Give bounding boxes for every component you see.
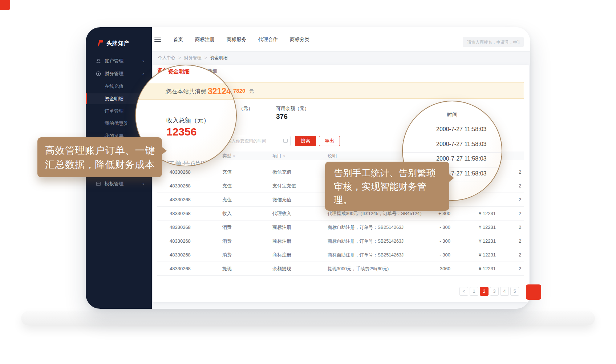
cell-project: 代理收入	[272, 207, 291, 221]
table-row: 48330268消费商标注册商标自助注册，订单号：SB2514263J- 300…	[157, 248, 524, 262]
pagination-page-1[interactable]: 1	[470, 287, 478, 296]
cell-time: 2	[519, 165, 521, 179]
cell-desc: 提现3000元，手续费2%(60元)	[328, 262, 389, 276]
table-row: 48330268消费商标注册商标自助注册，订单号：SB2514263J- 300…	[157, 234, 524, 248]
cell-order: 48330268	[170, 234, 191, 248]
cell-time: 2	[519, 221, 521, 234]
cell-desc: 商标自助注册，订单号：SB2514263J	[328, 234, 404, 248]
sidebar-subitem-label: 我的优惠券	[105, 120, 128, 127]
breadcrumb-item-current: 资金明细	[210, 55, 227, 60]
pagination: <12345	[459, 287, 519, 296]
cell-order: 48330268	[170, 248, 191, 262]
cell-balance: ¥ 12231	[479, 262, 496, 276]
top-navbar: 首页商标注册商标服务代理合作商标分类	[152, 27, 530, 52]
decor-red-square-bottom-right	[526, 284, 541, 300]
laptop-base	[21, 311, 595, 325]
sidebar-subitem-label: 订单管理	[105, 108, 123, 114]
search-button[interactable]: 搜索	[295, 136, 316, 146]
cell-time: 2	[519, 207, 521, 221]
cell-project: 商标注册	[272, 234, 291, 248]
callout-left: 高效管理账户订单、一键 汇总数据，降低财务成本	[37, 137, 162, 177]
calendar-icon[interactable]	[283, 139, 288, 143]
cell-type: 消费	[222, 221, 232, 234]
chevron-up-icon: ∧	[142, 72, 145, 76]
sidebar-item-label: 财务管理	[105, 70, 123, 77]
nav-item-3[interactable]: 代理合作	[258, 36, 278, 43]
magnifier-row-divider	[403, 138, 502, 138]
sidebar-item-template[interactable]: 模板管理 ∨	[86, 178, 152, 189]
callout-arrow-right-icon	[162, 147, 167, 155]
pagination-page-5[interactable]: 5	[510, 287, 519, 296]
sidebar-item-label: 模板管理	[105, 181, 123, 187]
brand-name: 头牌知产	[106, 40, 130, 47]
pagination-page-2[interactable]: 2	[480, 287, 489, 296]
header-desc: 说明	[328, 151, 337, 160]
magnified-time-value: 2000-7-27 11:58:03	[436, 155, 502, 162]
cell-order: 48330268	[170, 262, 191, 276]
decor-red-square-top-left	[0, 0, 10, 10]
cell-project: 商标注册	[272, 221, 291, 234]
callout-right: 告别手工统计、告别繁琐 审核，实现智能财务管 理。	[325, 162, 449, 211]
nav-item-2[interactable]: 商标服务	[227, 36, 246, 43]
cell-type: 提现	[222, 262, 232, 276]
magnified-time-value: 2000-7-27 11:58:03	[436, 126, 502, 133]
table-row: 48330268提现余额提现提现3000元，手续费2%(60元)- 3060¥ …	[157, 262, 524, 276]
cell-balance: ¥ 12231	[479, 221, 496, 234]
breadcrumb[interactable]: 个人中心 > 财务管理 > 资金明细	[158, 55, 227, 61]
cell-balance: ¥ 12231	[479, 234, 496, 248]
breadcrumb-item[interactable]: 财务管理	[184, 55, 202, 60]
callout-arrow-right-icon	[449, 174, 454, 182]
banner-unit: 元	[249, 88, 254, 95]
cell-amount: - 300	[421, 248, 450, 262]
chevron-down-icon: ∨	[142, 182, 145, 186]
sort-icon[interactable]: ∨	[233, 154, 235, 158]
cell-amount: - 300	[421, 234, 450, 248]
trademark-search-input[interactable]	[463, 37, 524, 47]
pagination-page-3[interactable]: 3	[490, 287, 499, 296]
cell-type: 消费	[222, 248, 232, 262]
cell-project: 商标注册	[272, 248, 291, 262]
pagination-page-4[interactable]: 4	[500, 287, 509, 296]
sort-icon[interactable]: ∨	[283, 154, 285, 158]
cell-project: 微信充值	[272, 193, 291, 207]
cell-order: 48330268	[170, 193, 191, 207]
sidebar-item-label: 账户管理	[105, 58, 123, 64]
cell-order: 48330268	[170, 207, 191, 221]
cell-amount: - 3060	[421, 262, 450, 276]
chevron-down-icon: ∨	[142, 59, 145, 63]
sidebar-subitem-label: 在线充值	[105, 83, 123, 90]
sidebar-subitem-label: 资金明细	[105, 96, 123, 102]
magnified-tab-label: 资金明细	[168, 68, 190, 75]
cell-project: 微信充值	[272, 165, 291, 179]
nav-item-0[interactable]: 首页	[173, 36, 183, 43]
nav-item-1[interactable]: 商标注册	[195, 36, 215, 43]
breadcrumb-item[interactable]: 个人中心	[158, 55, 175, 60]
cell-order: 48330268	[170, 179, 191, 193]
income-total-value: 12356	[166, 126, 196, 138]
table-row: 48330268消费商标注册商标自助注册，订单号：SB2514263J- 300…	[157, 221, 524, 234]
pagination-prev[interactable]: <	[459, 287, 468, 296]
hamburger-menu-icon[interactable]	[154, 37, 161, 42]
nav-item-4[interactable]: 商标分类	[290, 36, 309, 43]
header-type[interactable]: 类型∨	[222, 151, 235, 161]
header-project[interactable]: 项目∨	[272, 151, 285, 161]
cell-time: 2	[519, 248, 521, 262]
magnified-banner-highlight: 32124	[208, 86, 231, 96]
cell-type: 消费	[222, 234, 232, 248]
user-icon	[96, 58, 101, 64]
sidebar-item-finance[interactable]: 财务管理 ∧	[86, 68, 152, 79]
cell-amount: - 300	[421, 221, 450, 234]
stat-balance-label: 可用余额（元）	[276, 105, 309, 112]
cell-desc: 商标自助注册，订单号：SB2514263J	[328, 221, 404, 234]
export-button[interactable]: 导出	[319, 136, 340, 146]
breadcrumb-separator: >	[204, 55, 207, 60]
cell-time: 2	[519, 193, 521, 207]
stat-mid-label-partial: （元）	[239, 105, 253, 112]
breadcrumb-separator: >	[178, 55, 181, 60]
sidebar-item-account[interactable]: 账户管理 ∨	[86, 56, 152, 66]
callout-right-text: 告别手工统计、告别繁琐 审核，实现智能财务管 理。	[325, 162, 449, 207]
magnifier-row-divider	[403, 152, 502, 153]
cell-desc: 商标自助注册，订单号：SB2514263J	[328, 248, 404, 262]
cell-balance: ¥ 12231	[479, 207, 496, 221]
stat-divider	[271, 105, 271, 121]
